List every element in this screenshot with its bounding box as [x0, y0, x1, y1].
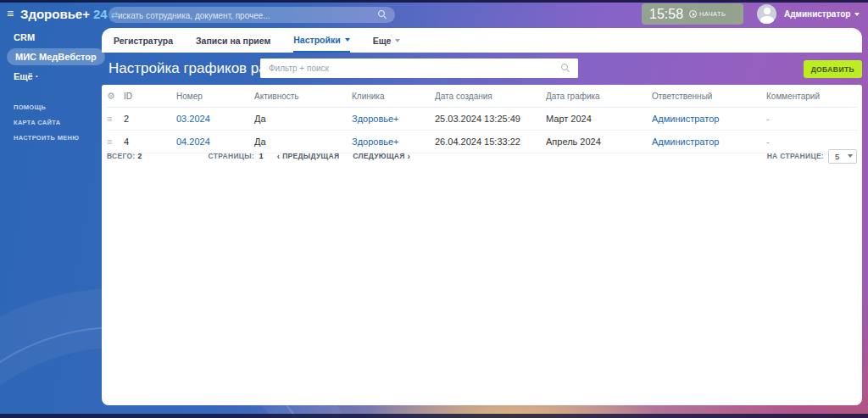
- cell-created: 25.03.2024 13:25:49: [435, 108, 546, 131]
- sidebar-link-help[interactable]: ПОМОЩЬ: [0, 99, 100, 114]
- cell-responsible-link[interactable]: Администратор: [652, 137, 719, 147]
- tab-label: Еще: [373, 36, 392, 46]
- sidebar-link-sitemap[interactable]: КАРТА САЙТА: [0, 114, 100, 130]
- search-icon: [561, 64, 570, 73]
- chevron-down-icon: [345, 38, 350, 42]
- cell-clinic-link[interactable]: Здоровье+: [352, 137, 399, 147]
- main-content: Регистратура Записи на прием Настройки Е…: [102, 28, 862, 405]
- section-tabs: Регистратура Записи на прием Настройки Е…: [102, 28, 862, 53]
- tab-label: Регистратура: [114, 36, 173, 46]
- cell-responsible-link[interactable]: Администратор: [652, 114, 719, 124]
- chevron-right-icon: ›: [407, 152, 410, 161]
- menu-icon[interactable]: ≡: [7, 7, 14, 20]
- row-menu-icon[interactable]: ≡: [107, 114, 112, 124]
- logo-text: Здоровье+: [20, 7, 90, 21]
- per-page-control: НА СТРАНИЦЕ: 5: [767, 149, 857, 164]
- next-page-button[interactable]: СЛЕДУЮЩАЯ ›: [353, 152, 410, 161]
- column-header-number[interactable]: Номер: [176, 85, 254, 108]
- row-menu-icon[interactable]: ≡: [107, 137, 112, 147]
- sidebar-item-crm[interactable]: CRM: [0, 28, 100, 47]
- work-timer-widget[interactable]: 15:58 НАЧАТЬ: [642, 3, 743, 25]
- table-header-row: ⚙ ID Номер Активность Клиника Дата созда…: [107, 85, 857, 108]
- grid-panel: ⚙ ID Номер Активность Клиника Дата созда…: [102, 85, 862, 405]
- user-name: Администратор: [784, 9, 850, 19]
- tab-more[interactable]: Еще: [373, 28, 401, 53]
- tab-label: Настройки: [293, 35, 340, 45]
- search-icon: [378, 10, 387, 20]
- app-logo[interactable]: Здоровье+24⇄: [20, 7, 118, 21]
- chevron-down-icon: [395, 39, 400, 42]
- column-header-responsible[interactable]: Ответственный: [652, 85, 766, 108]
- cell-schedule-date: Март 2024: [546, 108, 652, 131]
- cell-comment: -: [766, 108, 857, 131]
- window-bottom-edge: [0, 414, 868, 418]
- filter-search-input[interactable]: [260, 59, 578, 78]
- filter-search: [260, 59, 578, 78]
- top-bar: ≡ Здоровье+24⇄ 15:58 НАЧАТЬ Администрато…: [0, 3, 868, 28]
- sidebar-divider: [0, 86, 100, 99]
- tab-registratura[interactable]: Регистратура: [114, 28, 173, 53]
- sidebar: CRM МИС МедВебстор Ещё · ПОМОЩЬ КАРТА СА…: [0, 28, 100, 145]
- column-header-created[interactable]: Дата создания: [435, 85, 546, 108]
- timer-start-label: НАЧАТЬ: [699, 10, 726, 18]
- cell-clinic-link[interactable]: Здоровье+: [352, 114, 399, 124]
- next-label: СЛЕДУЮЩАЯ: [353, 152, 404, 160]
- cell-number-link[interactable]: 03.2024: [176, 114, 210, 124]
- tab-zapisi-na-priem[interactable]: Записи на прием: [196, 28, 270, 53]
- chevron-down-icon: [854, 13, 860, 16]
- global-search-input[interactable]: [108, 8, 395, 24]
- cell-activity: Да: [254, 108, 352, 131]
- sidebar-link-configure-menu[interactable]: НАСТРОИТЬ МЕНЮ: [0, 130, 100, 145]
- column-header-schedule-date[interactable]: Дата графика: [546, 85, 652, 108]
- sidebar-item-mis-medvebstor[interactable]: МИС МедВебстор: [7, 48, 105, 65]
- total-label: ВСЕГО:: [107, 152, 136, 160]
- pagination-bar: ВСЕГО: 2 СТРАНИЦЫ: 1 ‹ ПРЕДЫДУЩАЯ СЛЕДУЮ…: [107, 148, 857, 164]
- cell-number-link[interactable]: 04.2024: [176, 137, 210, 147]
- page-header: Настройка графиков работы ☆ ДОБАВИТЬ: [102, 53, 862, 85]
- column-header-comment[interactable]: Комментарий: [766, 85, 857, 108]
- prev-page-button[interactable]: ‹ ПРЕДЫДУЩАЯ: [277, 152, 340, 161]
- play-icon: [689, 10, 697, 18]
- timer-start-button[interactable]: НАЧАТЬ: [689, 10, 726, 18]
- logo-number: 24: [93, 7, 108, 21]
- per-page-label: НА СТРАНИЦЕ:: [767, 152, 824, 160]
- table-row: ≡ 2 03.2024 Да Здоровье+ 25.03.2024 13:2…: [107, 108, 857, 131]
- column-header-id[interactable]: ID: [124, 85, 176, 108]
- user-avatar[interactable]: [757, 4, 776, 24]
- per-page-select[interactable]: 5: [828, 149, 857, 164]
- total-value: 2: [138, 152, 142, 160]
- global-search: [108, 7, 395, 23]
- schedules-table: ⚙ ID Номер Активность Клиника Дата созда…: [107, 85, 857, 153]
- user-menu[interactable]: Администратор: [784, 9, 860, 19]
- column-header-clinic[interactable]: Клиника: [352, 85, 435, 108]
- prev-label: ПРЕДЫДУЩАЯ: [282, 152, 339, 160]
- chevron-left-icon: ‹: [277, 152, 281, 161]
- sidebar-item-more[interactable]: Ещё ·: [0, 67, 100, 86]
- tab-nastroyki[interactable]: Настройки: [293, 28, 349, 53]
- grid-settings-gear-icon[interactable]: ⚙: [107, 91, 115, 101]
- tab-label: Записи на прием: [196, 36, 270, 46]
- pages-label: СТРАНИЦЫ:: [209, 152, 255, 160]
- timer-time: 15:58: [642, 7, 689, 22]
- cell-id: 2: [124, 108, 176, 131]
- window-top-edge: [0, 0, 868, 3]
- add-button[interactable]: ДОБАВИТЬ: [804, 60, 862, 78]
- column-header-activity[interactable]: Активность: [254, 85, 352, 108]
- pages-value: 1: [259, 152, 264, 160]
